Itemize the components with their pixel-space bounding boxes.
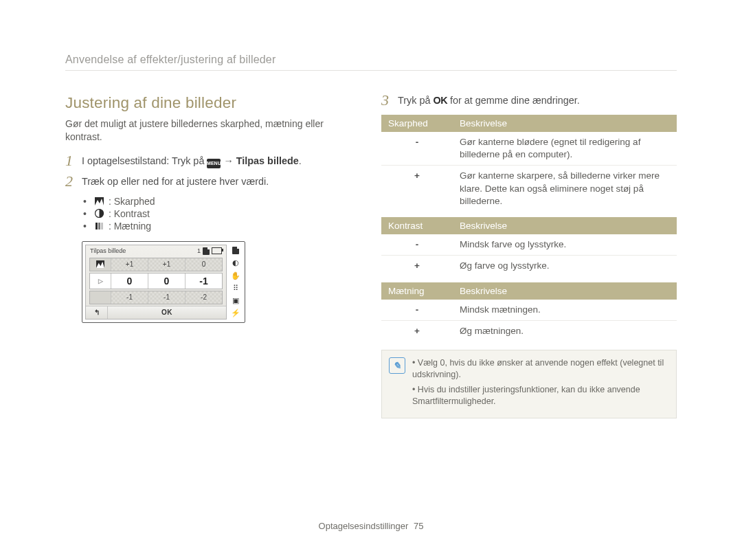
slider-row-bottom: -1 -1 -2	[89, 291, 223, 304]
step-3-text-a: Tryk på	[398, 95, 433, 106]
table-header: Skarphed	[381, 115, 453, 132]
slider-row-top: +1 +1 0	[89, 258, 223, 271]
val-bot-1: -1	[148, 291, 185, 304]
val-top-1: +1	[148, 258, 185, 271]
saturation-table: Mætning Beskrivelse - Mindsk mætningen. …	[381, 282, 677, 341]
info-icon: ✎	[389, 357, 405, 374]
camera-side-icons: ◐ ✋ ⠿ ▣ ⚡	[229, 245, 242, 320]
sharpness-table: Skarphed Beskrivelse - Gør kanterne blød…	[381, 115, 677, 212]
frame-icon: ▣	[231, 296, 240, 306]
flash-icon: ⚡	[231, 309, 240, 318]
table-val: Gør kanterne skarpere, så billederne vir…	[453, 166, 677, 212]
step-1: 1 I optagelsestilstand: Tryk på MENU → T…	[65, 155, 354, 168]
table-header: Beskrivelse	[453, 282, 677, 300]
ok-icon: OK	[433, 95, 447, 106]
table-key: -	[381, 132, 453, 166]
camera-preview: Tilpas billede 1 +1 +1 0	[82, 241, 245, 323]
page-footer: Optagelsesindstillinger 75	[0, 521, 742, 531]
table-key: +	[381, 256, 453, 277]
table-key: -	[381, 234, 453, 256]
camera-back-button[interactable]: ↰	[86, 306, 108, 319]
step-3-text-b: for at gemme dine ændringer.	[447, 95, 580, 106]
table-val: Mindsk mætningen.	[453, 300, 677, 321]
contrast-icon	[95, 209, 104, 218]
table-row: + Øg farve og lysstyrke.	[381, 256, 677, 277]
table-header: Kontrast	[381, 217, 453, 234]
af-icon: ◐	[231, 258, 240, 268]
step-1-text-a: I optagelsestilstand: Tryk på	[82, 155, 207, 166]
table-row: - Gør kanterne blødere (egnet til redige…	[381, 132, 677, 166]
step-1-target: Tilpas billede	[236, 155, 299, 166]
val-top-2: 0	[185, 258, 222, 271]
note-item: Hvis du indstiller justeringsfunktioner,…	[412, 384, 668, 408]
intro-text: Gør det muligt at justere billedernes sk…	[65, 117, 354, 144]
step-3: 3 Tryk på OK for at gemme dine ændringer…	[381, 94, 677, 108]
table-row: + Gør kanterne skarpere, så billederne v…	[381, 166, 677, 212]
section-title: Justering af dine billeder	[65, 94, 354, 112]
table-val: Mindsk farve og lysstyrke.	[453, 234, 677, 256]
val-mid-2: -1	[185, 273, 222, 289]
table-val: Gør kanterne blødere (egnet til redigeri…	[453, 132, 677, 166]
saturation-icon	[95, 221, 104, 230]
palm-ois-icon: ✋	[231, 271, 240, 280]
grip-icon: ⠿	[231, 283, 240, 293]
footer-label: Optagelsesindstillinger	[319, 521, 409, 531]
menu-icon: MENU	[207, 159, 221, 168]
table-header: Beskrivelse	[453, 217, 677, 234]
triangle-marker-icon: ▷	[98, 278, 103, 284]
battery-icon	[212, 247, 222, 254]
sharpness-icon	[95, 197, 104, 205]
val-bot-0: -1	[111, 291, 148, 304]
val-top-0: +1	[111, 258, 148, 271]
sharpness-label: : Skarphed	[109, 196, 155, 207]
table-val: Øg mætningen.	[453, 320, 677, 341]
adjustment-list: : Skarphed : Kontrast : Mætning	[83, 196, 354, 232]
page-number: 75	[414, 521, 423, 531]
camera-ok-button[interactable]: OK	[108, 306, 226, 319]
val-mid-0: 0	[111, 273, 148, 289]
page-header: Anvendelse af effekter/justering af bill…	[65, 54, 677, 71]
contrast-label: : Kontrast	[109, 208, 150, 219]
saturation-label: : Mætning	[109, 221, 151, 232]
table-key: -	[381, 300, 453, 321]
svg-rect-2	[95, 223, 98, 229]
slider-row-active: ▷ 0 0 -1	[89, 273, 223, 289]
arrow-text: →	[221, 155, 236, 166]
table-key: +	[381, 320, 453, 341]
svg-rect-4	[101, 223, 103, 229]
table-val: Øg farve og lysstyrke.	[453, 256, 677, 277]
memory-icon	[231, 246, 240, 256]
table-header: Beskrivelse	[453, 115, 677, 132]
table-header: Mætning	[381, 282, 453, 300]
contrast-table: Kontrast Beskrivelse - Mindsk farve og l…	[381, 217, 677, 276]
step-2-text: Træk op eller ned for at justere hver væ…	[82, 175, 354, 189]
note-box: ✎ Vælg 0, hvis du ikke ønsker at anvende…	[381, 350, 677, 418]
step-2: 2 Træk op eller ned for at justere hver …	[65, 175, 354, 189]
step-number: 3	[381, 93, 392, 108]
svg-rect-3	[98, 223, 100, 229]
sd-card-icon	[203, 247, 210, 255]
val-mid-1: 0	[148, 273, 185, 289]
table-row: - Mindsk farve og lysstyrke.	[381, 234, 677, 256]
camera-count: 1	[197, 247, 201, 254]
camera-title: Tilpas billede	[90, 247, 126, 254]
note-item: Vælg 0, hvis du ikke ønsker at anvende n…	[412, 357, 668, 381]
table-key: +	[381, 166, 453, 212]
table-row: + Øg mætningen.	[381, 320, 677, 341]
sharpness-icon	[96, 260, 104, 268]
table-row: - Mindsk mætningen.	[381, 300, 677, 321]
step-number: 2	[65, 174, 76, 189]
step-number: 1	[65, 153, 76, 168]
period: .	[299, 155, 302, 166]
val-bot-2: -2	[185, 291, 222, 304]
